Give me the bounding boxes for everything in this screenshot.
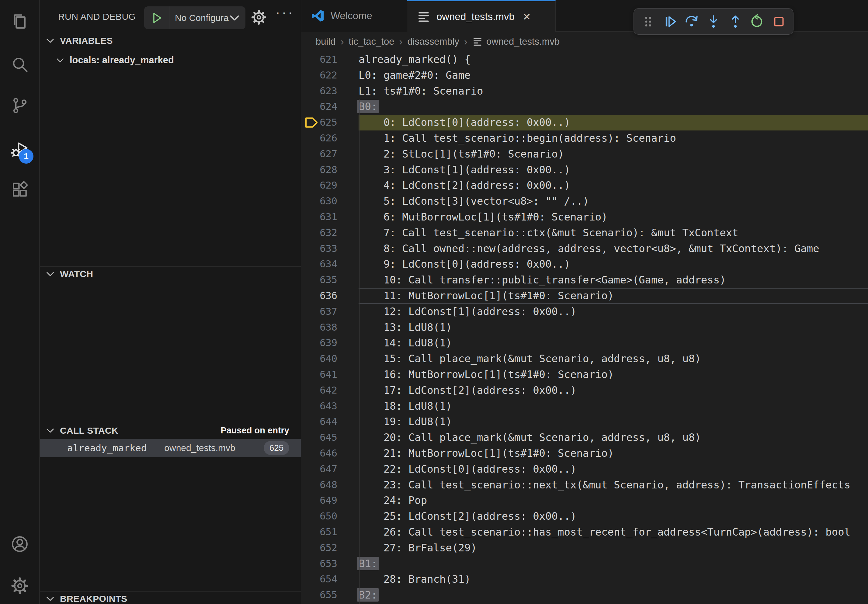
step-over-icon[interactable]	[684, 14, 699, 29]
breakpoints-section-header[interactable]: BREAKPOINTS	[40, 591, 301, 604]
breadcrumb-item[interactable]: owned_tests.mvb	[486, 36, 560, 47]
code-line[interactable]: 652 27: BrFalse(29)	[301, 540, 868, 556]
toolbar-drag-handle-icon[interactable]	[640, 14, 656, 29]
line-number[interactable]: 624	[301, 99, 358, 115]
line-number[interactable]: 626	[301, 130, 358, 146]
code-line[interactable]: 639 14: LdU8(1)	[301, 335, 868, 351]
code-line[interactable]: 636 11: MutBorrowLoc[1](ts#1#0: Scenario…	[301, 288, 868, 304]
line-number[interactable]: 634	[301, 256, 358, 272]
line-number[interactable]: 641	[301, 367, 358, 383]
search-icon[interactable]	[10, 55, 29, 74]
code-line[interactable]: 646 21: MutBorrowLoc[1](ts#1#0: Scenario…	[301, 446, 868, 462]
code-line[interactable]: 650 25: LdConst[2](address: 0x00..)	[301, 508, 868, 524]
breadcrumb-item[interactable]: disassembly	[407, 36, 459, 47]
line-number[interactable]: 655	[301, 587, 358, 603]
line-number[interactable]: 629	[301, 178, 358, 194]
code-editor[interactable]: 621already_marked() {622L0: game#2#0: Ga…	[301, 52, 868, 604]
code-line[interactable]: 644 19: LdU8(1)	[301, 414, 868, 430]
extensions-icon[interactable]	[10, 181, 29, 200]
line-number[interactable]: 650	[301, 508, 358, 524]
call-stack-frame-row[interactable]: already_marked owned_tests.mvb 625	[40, 439, 301, 457]
code-line[interactable]: 642 17: LdConst[2](address: 0x00..)	[301, 383, 868, 398]
line-number[interactable]: 635	[301, 272, 358, 288]
code-line[interactable]: 624B0:	[301, 99, 868, 115]
line-number[interactable]: 648	[301, 477, 358, 493]
code-line[interactable]: 627 2: StLoc[1](ts#1#0: Scenario)	[301, 146, 868, 162]
call-stack-section-header[interactable]: CALL STACK Paused on entry	[40, 423, 301, 438]
watch-section-header[interactable]: WATCH	[40, 266, 301, 281]
code-line[interactable]: 645 20: Call place_mark(&mut Scenario, a…	[301, 430, 868, 446]
code-line[interactable]: 638 13: LdU8(1)	[301, 320, 868, 336]
line-number[interactable]: 646	[301, 446, 358, 462]
code-line[interactable]: 637 12: LdConst[1](address: 0x00..)	[301, 304, 868, 320]
tab-owned-tests[interactable]: owned_tests.mvb ×	[407, 0, 556, 32]
code-line[interactable]: 633 8: Call owned::new(address, address,…	[301, 241, 868, 257]
code-line[interactable]: 643 18: LdU8(1)	[301, 398, 868, 414]
line-number[interactable]: 647	[301, 462, 358, 477]
code-line[interactable]: 623L1: ts#1#0: Scenario	[301, 83, 868, 99]
code-line[interactable]: 653B1:	[301, 556, 868, 572]
line-number[interactable]: 630	[301, 194, 358, 209]
continue-icon[interactable]	[662, 14, 677, 29]
code-line[interactable]: 625 0: LdConst[0](address: 0x00..)	[301, 115, 868, 130]
line-number[interactable]: 645	[301, 430, 358, 446]
line-number[interactable]: 642	[301, 383, 358, 398]
locals-scope-row[interactable]: locals: already_marked	[40, 52, 301, 68]
variables-section-header[interactable]: VARIABLES	[40, 34, 301, 48]
line-number[interactable]: 640	[301, 351, 358, 367]
code-line[interactable]: 630 5: LdConst[3](vector<u8>: "" /..)	[301, 194, 868, 209]
close-tab-icon[interactable]: ×	[523, 10, 531, 23]
code-line[interactable]: 621already_marked() {	[301, 52, 868, 68]
line-number[interactable]: 654	[301, 571, 358, 587]
line-number[interactable]: 652	[301, 540, 358, 556]
line-number[interactable]: 623	[301, 83, 358, 99]
stop-icon[interactable]	[771, 14, 786, 29]
line-number[interactable]: 633	[301, 241, 358, 257]
code-line[interactable]: 641 16: MutBorrowLoc[1](ts#1#0: Scenario…	[301, 367, 868, 383]
debug-settings-gear-icon[interactable]	[250, 9, 267, 26]
start-debug-icon[interactable]	[152, 12, 163, 24]
code-line[interactable]: 649 24: Pop	[301, 493, 868, 508]
debug-config-dropdown[interactable]: No Configura	[144, 6, 245, 29]
breadcrumb-item[interactable]: build	[316, 36, 336, 47]
settings-gear-icon[interactable]	[10, 576, 29, 595]
code-line[interactable]: 629 4: LdConst[2](address: 0x00..)	[301, 178, 868, 194]
line-number[interactable]: 638	[301, 320, 358, 336]
line-number[interactable]: 621	[301, 52, 358, 68]
code-line[interactable]: 626 1: Call test_scenario::begin(address…	[301, 130, 868, 146]
line-number[interactable]: 627	[301, 146, 358, 162]
code-line[interactable]: 648 23: Call test_scenario::next_tx(&mut…	[301, 477, 868, 493]
line-number[interactable]: 644	[301, 414, 358, 430]
line-number[interactable]: 651	[301, 524, 358, 540]
code-line[interactable]: 651 26: Call test_scenario::has_most_rec…	[301, 524, 868, 540]
code-line[interactable]: 622L0: game#2#0: Game	[301, 68, 868, 83]
tab-welcome[interactable]: Welcome	[301, 0, 407, 32]
code-line[interactable]: 632 7: Call test_scenario::ctx(&mut Scen…	[301, 225, 868, 241]
code-line[interactable]: 628 3: LdConst[1](address: 0x00..)	[301, 162, 868, 178]
line-number[interactable]: 643	[301, 398, 358, 414]
line-number[interactable]: 636	[301, 288, 358, 304]
breadcrumb-item[interactable]: tic_tac_toe	[349, 36, 394, 47]
restart-icon[interactable]	[749, 14, 764, 29]
code-line[interactable]: 631 6: MutBorrowLoc[1](ts#1#0: Scenario)	[301, 209, 868, 225]
code-line[interactable]: 635 10: Call transfer::public_transfer<G…	[301, 272, 868, 288]
line-number[interactable]: 631	[301, 209, 358, 225]
step-into-icon[interactable]	[706, 14, 721, 29]
account-icon[interactable]	[10, 535, 29, 553]
line-number[interactable]: 625	[301, 115, 358, 130]
line-number[interactable]: 628	[301, 162, 358, 178]
more-actions-icon[interactable]: ···	[276, 5, 294, 20]
line-number[interactable]: 653	[301, 556, 358, 572]
line-number[interactable]: 622	[301, 68, 358, 83]
line-number[interactable]: 637	[301, 304, 358, 320]
code-line[interactable]: 634 9: LdConst[0](address: 0x00..)	[301, 256, 868, 272]
explorer-icon[interactable]	[10, 12, 29, 31]
source-control-icon[interactable]	[10, 96, 29, 115]
line-number[interactable]: 639	[301, 335, 358, 351]
code-line[interactable]: 654 28: Branch(31)	[301, 571, 868, 587]
line-number[interactable]: 632	[301, 225, 358, 241]
step-out-icon[interactable]	[728, 14, 743, 29]
code-line[interactable]: 640 15: Call place_mark(&mut Scenario, a…	[301, 351, 868, 367]
line-number[interactable]: 649	[301, 493, 358, 508]
code-line[interactable]: 647 22: LdConst[0](address: 0x00..)	[301, 462, 868, 477]
